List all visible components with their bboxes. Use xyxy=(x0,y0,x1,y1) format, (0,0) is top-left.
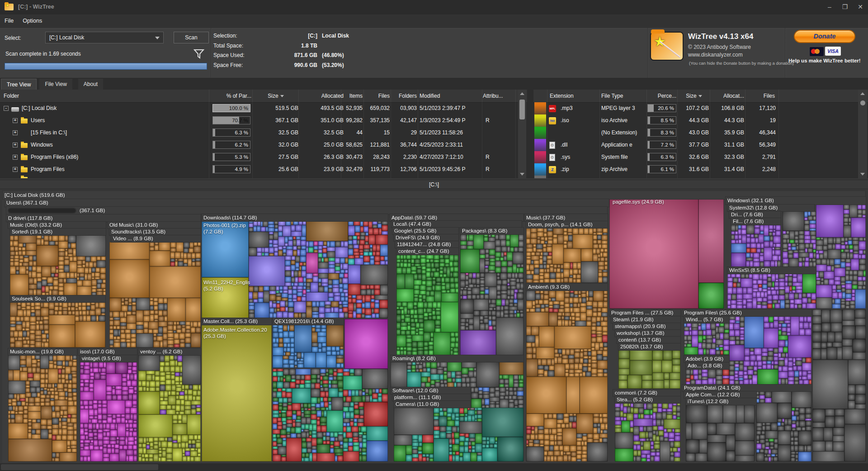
treemap-label-dri[interactable]: Dri... (7.6 GB) xyxy=(729,211,781,218)
treemap-label-soundtracks[interactable]: Soundtracks\ (13.5 GB) xyxy=(109,228,201,235)
scroll-up-icon[interactable] xyxy=(860,92,865,95)
treemap-label-ado[interactable]: Ado... (3.8 GB) xyxy=(686,362,729,369)
treemap-label-ventoy[interactable]: ventoy ... (6.2 GB) xyxy=(138,348,201,355)
treemap-label-workshop[interactable]: workshop\ (13.7 GB) xyxy=(615,330,680,337)
treemap-label-drivefs[interactable]: DriveFS\ (24.9 GB) xyxy=(394,234,458,241)
treemap-label-downloads[interactable]: Downloads\ (114.7 GB) xyxy=(202,214,388,221)
treemap-label-wind[interactable]: Wind... (5.7 GB) xyxy=(684,316,729,323)
column-header-attribu[interactable]: Attribu... xyxy=(483,90,514,102)
table-row[interactable]: -[C:] Local Disk100.0 %519.5 GB493.5 GB5… xyxy=(0,102,518,114)
column-header-allocated[interactable]: Allocated xyxy=(299,90,344,102)
column-header-items[interactable]: Items xyxy=(342,90,363,102)
treemap-label-isos[interactable]: isos\ (17.0 GB) xyxy=(78,348,137,355)
treemap-label-steam[interactable]: Steam\ (21.9 GB) xyxy=(611,316,680,323)
column-header-modified[interactable]: Modified xyxy=(420,90,481,102)
scrollbar-thumb[interactable] xyxy=(860,100,865,105)
table-row[interactable]: +[15 Files in C:\]6.3 %32.5 GB32.5 GB441… xyxy=(0,127,518,139)
treemap-label-n250820[interactable]: 250820\ (13.7 GB) xyxy=(618,343,680,350)
table-row[interactable]: Z.zipzip Archive6.1 %31.6 GB31.4 GB2,248 xyxy=(533,163,868,176)
treemap-label-camera[interactable]: Camera\ (11.0 GB) xyxy=(394,401,470,408)
column-header-filetype[interactable]: File Type xyxy=(601,90,645,102)
tab-file-view[interactable]: File View xyxy=(39,79,72,90)
treemap-label-common[interactable]: common\ (7.2 GB) xyxy=(613,390,680,396)
scan-button[interactable]: Scan xyxy=(174,32,209,43)
expand-icon[interactable]: + xyxy=(13,118,18,123)
table-row[interactable]: +Program Files (x86)5.3 %27.5 GB26.3 GB3… xyxy=(0,151,518,163)
column-header-size[interactable]: Size xyxy=(253,90,298,102)
treemap-label-local[interactable]: Local\ (47.4 GB) xyxy=(392,221,522,228)
menu-item-options[interactable]: Options xyxy=(18,14,47,27)
donate-button[interactable]: Donate xyxy=(794,30,855,43)
treemap-label-contentc[interactable]: content_c... (24.7 GB) xyxy=(396,248,458,255)
treemap-label-steamapps[interactable]: steamapps\ (20.9 GB) xyxy=(613,323,680,330)
drive-dropdown[interactable]: [C:] Local Disk xyxy=(45,32,164,43)
treemap-label-doom[interactable]: Doom, psych, p... (14.1 GB) xyxy=(526,221,608,228)
column-header-allocat[interactable]: Allocat... xyxy=(712,90,744,102)
column-header-files[interactable]: Files xyxy=(746,90,775,102)
table-row[interactable]: +Users70.7 %367.1 GB351.0 GB99,282357,13… xyxy=(0,114,518,127)
treemap-label-musicmon[interactable]: Music-mon... (19.8 GB) xyxy=(8,348,77,355)
website-link[interactable]: www.diskanalyzer.com xyxy=(688,52,743,58)
treemap-label-system32[interactable]: System32\ (12.8 GB) xyxy=(727,205,814,211)
treemap-label-packages[interactable]: Packages\ (8.3 GB) xyxy=(460,228,524,234)
treemap-label-ddrive[interactable]: D drive\ (117.8 GB) xyxy=(6,214,201,222)
horizontal-scrollbar-thumb[interactable] xyxy=(1,464,158,470)
tab-tree-view[interactable]: Tree View xyxy=(1,79,37,90)
table-row[interactable]: ⚙.sysSystem file6.3 %32.6 GB32.3 GB2,791 xyxy=(533,151,868,163)
treemap-label-fil[interactable]: Fil... (7.6 GB) xyxy=(731,218,781,225)
treemap-label-users[interactable]: Users\ (367.1 GB) xyxy=(5,199,609,207)
treemap-label-winsxs[interactable]: WinSxS\ (8.5 GB) xyxy=(727,267,816,274)
treemap-label-adobe[interactable]: Adobe\ (3.9 GB) xyxy=(684,356,729,362)
column-header-files[interactable]: Files xyxy=(364,90,390,102)
minimize-icon[interactable]: – xyxy=(822,0,837,14)
treemap-label-itunes[interactable]: iTunes\ (12.2 GB) xyxy=(686,398,756,405)
filter-icon[interactable] xyxy=(192,47,206,61)
table-row[interactable]: (No Extension)8.3 %43.0 GB35.9 GB46,344 xyxy=(533,127,868,139)
treemap-label-software[interactable]: Software\ (12.0 GB) xyxy=(391,387,470,394)
treemap-label-appdata[interactable]: AppData\ (59.7 GB) xyxy=(390,214,524,221)
table-row[interactable]: ⚙.dllApplication e7.2 %37.7 GB31.1 GB56,… xyxy=(533,139,868,151)
restore-icon[interactable]: ❐ xyxy=(837,0,853,14)
treemap-label-content[interactable]: content\ (13.7 GB) xyxy=(617,337,680,343)
treemap-label-windows[interactable]: Windows\ (32.1 GB) xyxy=(726,197,866,205)
treemap-label-pf86[interactable]: Program Files ... (27.5 GB) xyxy=(609,309,680,316)
treemap-label-platform[interactable]: platform... (11.1 GB) xyxy=(392,394,470,401)
table-row[interactable]: iso.isoiso Archive8.5 %44.3 GB44.3 GB19 xyxy=(533,114,868,127)
treemap-label-stea[interactable]: Stea... (5.2 GB) xyxy=(615,396,680,403)
treemap-label-ambient[interactable]: Ambient\ (9.3 GB) xyxy=(526,284,608,290)
treemap-label-google[interactable]: Google\ (25.5 GB) xyxy=(392,228,458,234)
treemap-label-apple[interactable]: Apple Com... (12.2 GB) xyxy=(684,391,756,398)
menu-item-file[interactable]: File xyxy=(0,14,18,27)
treemap-label-music[interactable]: Music\ (37.7 GB) xyxy=(524,214,608,221)
scroll-down-icon[interactable] xyxy=(860,173,865,176)
column-header-perce[interactable]: Perce... xyxy=(648,90,676,102)
expand-icon[interactable]: + xyxy=(13,155,18,160)
treemap-label-musicold[interactable]: Music (Old)\ (33.2 GB) xyxy=(8,222,106,228)
treemap-label-id118[interactable]: 118412447... (24.8 GB) xyxy=(395,241,458,248)
scrollbar-thumb[interactable] xyxy=(519,100,525,119)
treemap-label-roaming[interactable]: Roaming\ (8.2 GB) xyxy=(391,355,524,362)
column-header-ofpar[interactable]: % of Par... xyxy=(212,90,251,102)
tab-about[interactable]: About xyxy=(78,79,103,90)
expand-icon[interactable]: + xyxy=(13,167,18,172)
scroll-up-icon[interactable] xyxy=(520,92,524,95)
treemap-label-sorted[interactable]: Sorted\ (19.1 GB) xyxy=(10,228,106,235)
close-icon[interactable]: ✕ xyxy=(853,0,868,14)
table-row[interactable]: MPL.mp3MPEG layer 320.6 %107.2 GB106.8 G… xyxy=(533,102,868,114)
treemap-label-user_size[interactable]: (367.1 GB) xyxy=(6,207,607,214)
column-header-extension[interactable]: Extension xyxy=(550,90,595,102)
column-header-folder[interactable]: Folder xyxy=(4,90,94,102)
treemap-label-vintage[interactable]: vintage\ (9.5 GB) xyxy=(80,355,137,362)
treemap-label-oldmusic[interactable]: Old Music\ (31.0 GB) xyxy=(108,222,201,228)
treemap-label-video[interactable]: Video ... (8.9 GB) xyxy=(111,235,201,242)
column-header-size[interactable]: Size xyxy=(680,90,708,102)
treemap-label-programdata[interactable]: ProgramData\ (24.1 GB) xyxy=(682,385,811,391)
treemap-label-pf[interactable]: Program Files\ (25.6 GB) xyxy=(682,309,811,316)
scroll-down-icon[interactable] xyxy=(520,173,524,176)
expand-icon[interactable]: + xyxy=(13,130,18,135)
table-row[interactable]: +Program Files4.9 %25.6 GB23.9 GB32,4791… xyxy=(0,163,518,176)
table-row[interactable]: +Windows6.2 %32.0 GB25.0 GB58,625121,881… xyxy=(0,139,518,151)
treemap-label-soulseek[interactable]: Soulseek So... (9.9 GB) xyxy=(10,295,105,302)
collapse-icon[interactable]: - xyxy=(4,106,9,111)
treemap-label-mastercoll[interactable]: Master.Coll... (25.3 GB) xyxy=(202,318,272,325)
